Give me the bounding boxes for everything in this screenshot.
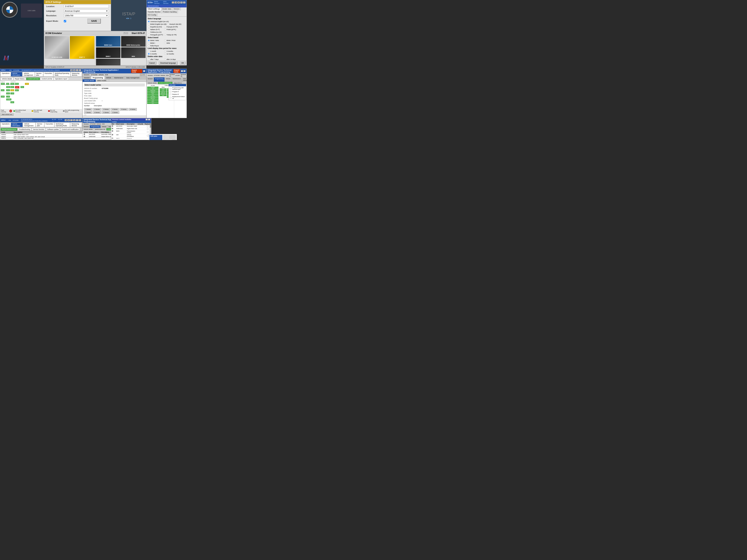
cmp-row-asc[interactable]: ASC/DSC Automatic Stability Cont... [111, 125, 151, 128]
rpp-tab-session[interactable]: Session [147, 77, 154, 82]
kbus-rdcrpa[interactable]: RDCRPA [147, 96, 158, 98]
brand-mini[interactable]: MINI [164, 42, 180, 44]
help-icon[interactable]: ? [183, 1, 185, 3]
bot-menu-measuring[interactable]: Measuring devices [70, 123, 82, 127]
news-3m[interactable]: 3 months [164, 50, 180, 52]
rpp-tab-data[interactable]: Data management [182, 77, 187, 82]
lang-cs[interactable]: Čeština (cs-CZ) [148, 31, 163, 33]
series-7[interactable]: 7 Series [84, 111, 92, 114]
edit-plan-item-1[interactable]: Programming with manual input [170, 87, 185, 90]
series-4[interactable]: 4 Series [111, 108, 119, 111]
kbus-rls[interactable]: RLS [147, 103, 158, 104]
ibus-egs[interactable]: EWS [160, 90, 166, 91]
lang-it[interactable]: Italiano (it-IT) [148, 28, 163, 31]
ibus-cam[interactable]: CAM [160, 88, 166, 90]
bmw-cars-item[interactable]: BMW Cars [96, 36, 121, 47]
mvp-subtab-vehicle-details[interactable]: Vehicle details [83, 79, 96, 82]
ecu-lcm[interactable]: LCM [6, 96, 10, 98]
maximize-icon[interactable]: □ [126, 32, 128, 34]
cmp-ews-chk[interactable] [147, 131, 148, 133]
series-3[interactable]: 3 Series [102, 108, 110, 111]
cmp-row-dme[interactable]: DME/DDE Digital Motor Electronic... [111, 128, 151, 130]
mvp-tab-programming[interactable]: Programming [91, 76, 105, 79]
lang-de[interactable]: Deutsch (de-DE) [167, 23, 183, 25]
cmp-close-icon[interactable]: ✕ [148, 118, 150, 121]
lang-fr[interactable]: Français (fr-FR) [164, 26, 180, 28]
start-vehicle-test-btn[interactable]: Start vehicle test [1, 113, 14, 115]
replace-r-checkbox[interactable] [170, 94, 171, 95]
kbus-ihka[interactable]: IHKA [147, 95, 158, 96]
ibus-dmc[interactable]: DMC4D [160, 91, 166, 93]
ecu-pdc[interactable]: PDC [6, 89, 10, 91]
ecu-dme[interactable]: DME [6, 86, 10, 88]
bot-troubleshoot-btn[interactable]: Troubleshooting [18, 128, 31, 131]
brand-rolls[interactable]: Rolls-Royce [148, 45, 163, 47]
menu-service-plan[interactable]: Service plan [35, 72, 43, 77]
bot-fwd-icon[interactable]: ▶ [68, 119, 70, 121]
mid-forward-icon[interactable]: ▶ [73, 69, 76, 71]
replace-followup-checkbox[interactable] [170, 97, 171, 98]
news-12m[interactable]: 12 months [164, 53, 180, 55]
ibus-abcdsc2[interactable]: ABCDSC [160, 93, 166, 95]
edit-plan-item-4[interactable]: Replacement follow-up [170, 96, 185, 99]
bot-service-func-btn[interactable]: Service function [32, 128, 46, 131]
fault-row-4[interactable]: 000012 PDC: Converter, rear centre left [0, 137, 111, 139]
kcan-usb-item[interactable]: K+DCAN USB [45, 36, 69, 59]
bot-repair-btn[interactable]: Repair/Maintenance [1, 128, 17, 131]
cmp-row-ihka[interactable]: IHKA General Module [111, 137, 151, 139]
cmp-row-gm[interactable]: GM Vehicle immobilizer [111, 134, 151, 137]
tab-dealer-data[interactable]: Dealer data [161, 7, 173, 10]
lang-pt[interactable]: Português (pt-PT) [148, 33, 163, 36]
lang-es[interactable]: Español (es-ES) [148, 26, 163, 28]
cancel-button[interactable]: Cancel [148, 61, 156, 64]
menu-operations[interactable]: Operations [1, 72, 11, 77]
ecu-cam[interactable]: CAM [25, 83, 29, 85]
series-5[interactable]: 5 Series [120, 108, 128, 111]
brand-bmw-pkw[interactable]: BMW / PKW [164, 39, 180, 42]
rpp-subtab-vehicle-details[interactable]: Vehicle details [147, 82, 158, 84]
close-icon[interactable]: ✕ [180, 1, 183, 3]
series-6[interactable]: 6 Series [129, 108, 137, 111]
edit-plan-item-2[interactable]: Program it [170, 90, 185, 93]
ecu-dsc[interactable]: DSC [15, 89, 19, 91]
enet-f-item[interactable]: ENET F [70, 36, 94, 59]
menu-measuring[interactable]: Measuring devices [71, 72, 82, 77]
minimize-icon[interactable]: ? [124, 32, 126, 34]
bot-print-icon[interactable]: 🖨 [73, 119, 76, 121]
mvp-close-btn[interactable]: ✕ [143, 74, 145, 76]
cmp-gm-chk[interactable] [147, 135, 148, 136]
bot-menu-service-plan[interactable]: Service plan [36, 123, 44, 127]
tab-transfer-monitor[interactable]: Transfer Monitor [147, 10, 162, 14]
menu-workshop[interactable]: Workshop/Operating fluids [53, 72, 70, 77]
kbus-mrd[interactable]: MRD [147, 101, 158, 102]
mvp-subtab-ctrl-module[interactable]: select model... [96, 79, 109, 82]
bpp-tab-programming[interactable]: Programming [90, 125, 101, 128]
brand-bmw-i[interactable]: BMW i [148, 42, 163, 44]
bot-close-icon[interactable]: ✕ [79, 119, 81, 121]
submenu-vehicle-details[interactable]: Vehicle details [1, 77, 13, 80]
cmp-help-icon[interactable]: ? [146, 118, 148, 121]
ecu-lra[interactable]: LRA [1, 89, 4, 91]
mvp-tab-maintenance[interactable]: Maintenance [113, 76, 125, 79]
ecu-navi[interactable]: NAVI [15, 86, 19, 88]
forward-icon[interactable]: ▶ [177, 1, 180, 3]
series-2[interactable]: 2 Series [93, 108, 101, 111]
prog-manual-checkbox[interactable] [170, 88, 171, 89]
kbus-abcdsc[interactable]: ABCDSC [147, 98, 158, 99]
cmp-row-ews[interactable]: EWS Transmission control [111, 130, 151, 134]
cmp-asc-chk[interactable] [147, 126, 148, 127]
tab-vci-config[interactable]: VCI Config [147, 14, 157, 17]
lang-pl[interactable]: Polski (pl-PL) [164, 28, 180, 31]
mvp-home-icon[interactable]: 🏠 [140, 74, 143, 76]
lang-en-us[interactable]: American English (en-US) [148, 20, 169, 23]
bmw-i-item[interactable]: BMW i [96, 47, 121, 58]
submenu-control-unit-tree[interactable]: Control unit tree [26, 77, 40, 80]
submenu-control-unit-list[interactable]: Control unit list [40, 77, 53, 80]
bpp-subtab-vehicle[interactable]: Vehicle details [83, 128, 94, 130]
rpp-tab-maintenance[interactable]: Maintenance [172, 77, 182, 82]
menu-favourites[interactable]: Favourites [43, 72, 53, 77]
expert-checkbox[interactable] [64, 20, 66, 22]
mid-back-icon[interactable]: ◀ [70, 69, 73, 71]
bot-ctrl-unit-btn[interactable]: Control unit modification [60, 128, 80, 131]
ecu-egs[interactable]: EGS [6, 92, 10, 95]
